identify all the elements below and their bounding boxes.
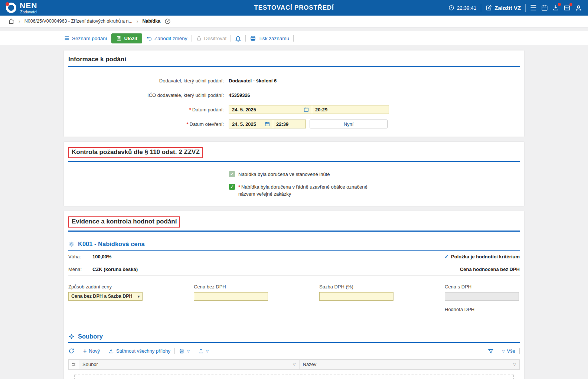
files-title: Soubory	[78, 333, 103, 340]
evidence-card-header: Evidence a kontrola hodnot podání	[68, 216, 520, 232]
decrypt-label: Dešifrovat	[204, 36, 227, 41]
divider	[174, 348, 175, 354]
submit-date-row: *Datum podání: 24. 5. 2025 20:29	[68, 105, 520, 114]
calendar-icon[interactable]	[541, 4, 548, 11]
price-with-vat-group: Cena s DPH Hodnota DPH -	[445, 284, 519, 320]
gears-icon	[68, 241, 75, 247]
clock-value: 22:39:41	[457, 5, 477, 11]
submit-time-value: 20:29	[315, 107, 327, 112]
calendar-icon[interactable]	[265, 121, 270, 127]
divider	[245, 35, 246, 42]
print-record-label: Tisk záznamu	[258, 36, 289, 41]
discard-changes-button[interactable]: Zahodit změny	[146, 35, 187, 41]
chevron-down-icon: ▽	[502, 349, 505, 353]
submit-date-label: *Datum podání:	[68, 107, 229, 112]
divider	[481, 4, 481, 12]
column-settings-icon[interactable]	[69, 360, 79, 369]
files-toolbar: + Nový Stáhnout všechny přílohy ▽ ▽	[68, 348, 520, 355]
chevron-down-icon[interactable]: ▽	[206, 349, 209, 353]
chevron-right-icon: ›	[19, 18, 20, 24]
price-form: Způsob zadání ceny Cena bez DPH a Sazba …	[68, 284, 520, 320]
vat-rate-input[interactable]	[319, 292, 393, 301]
menu-icon[interactable]: ☰	[530, 4, 537, 12]
price-no-vat-label: Cena bez DPH	[194, 284, 268, 290]
evidence-card: Evidence a kontrola hodnot podání K001 -…	[64, 211, 524, 379]
submissions-list-button[interactable]: Seznam podání	[64, 35, 107, 41]
save-button[interactable]: Uložit	[111, 33, 142, 43]
chevron-right-icon: ›	[137, 18, 138, 24]
print-record-button[interactable]: Tisk záznamu	[250, 35, 289, 42]
files-header: Soubory	[68, 333, 520, 343]
file-dropzone[interactable]: Místo pro vaše dokumenty Dokumenty sem m…	[74, 375, 514, 379]
decrypt-button[interactable]: Dešifrovat	[196, 35, 227, 41]
submit-time-input[interactable]: 20:29	[312, 105, 389, 114]
export-button[interactable]: ▽	[198, 348, 209, 354]
brand: NEN Zadavatel	[20, 1, 37, 14]
divider	[104, 348, 104, 354]
record-toolbar: Seznam podání Uložit Zahodit změny Dešif…	[64, 31, 524, 45]
save-label: Uložit	[124, 36, 137, 41]
open-date-label: *Datum otevření:	[68, 121, 229, 127]
open-date-input[interactable]: 24. 5. 2025	[229, 120, 273, 128]
divider	[194, 348, 194, 354]
required-mark: *	[189, 107, 191, 112]
chevron-down-icon[interactable]: ▽	[187, 349, 190, 353]
column-filter-icon[interactable]: ▽	[513, 362, 516, 366]
session-clock: 22:39:41	[448, 5, 477, 11]
brand-name: NEN	[20, 1, 37, 9]
ico-label: IČO dodavatele, který učinil podání:	[68, 92, 229, 98]
clock-icon	[448, 5, 454, 11]
new-file-button[interactable]: + Nový	[83, 348, 100, 355]
column-header-file[interactable]: Soubor ▽	[79, 360, 300, 369]
messages-icon[interactable]	[564, 4, 571, 12]
divider	[293, 35, 294, 42]
section-title-kontrola: Kontrola požadavků dle § 110 odst. 2 ZZV…	[68, 147, 203, 158]
downloads-icon[interactable]	[552, 4, 559, 11]
home-icon[interactable]	[8, 18, 14, 24]
weight-row: Váha: 100,00% ✓ Položka je hodnotící kri…	[68, 251, 520, 263]
breadcrumb-item[interactable]: N006/25/V00004963 - Zřízení datových okr…	[24, 19, 133, 24]
column-filter-icon[interactable]: ▽	[293, 362, 296, 366]
download-all-button[interactable]: Stáhnout všechny přílohy	[108, 348, 170, 354]
upload-icon	[198, 348, 204, 354]
calendar-icon[interactable]	[304, 107, 309, 112]
submit-date-value: 24. 5. 2025	[232, 107, 256, 112]
edit-icon	[486, 5, 492, 11]
supplier-row: Dodavatel, který učinil podání: Dodavate…	[68, 76, 520, 85]
environment-title: TESTOVACÍ PROSTŘEDÍ	[254, 4, 334, 12]
checkbox-checked-icon[interactable]: ✓	[229, 184, 235, 190]
divider	[79, 348, 79, 354]
price-no-vat-group: Cena bez DPH	[194, 284, 268, 320]
filter-icon[interactable]	[488, 348, 494, 354]
kontrola-card: Kontrola požadavků dle § 110 odst. 2 ZZV…	[64, 142, 524, 206]
vat-rate-label: Sazba DPH (%)	[319, 284, 393, 290]
open-time-input[interactable]: 22:39	[273, 120, 306, 128]
price-no-vat-input[interactable]	[194, 292, 268, 301]
close-tab-icon[interactable]	[164, 18, 171, 24]
topbar: NEN Zadavatel TESTOVACÍ PROSTŘEDÍ 22:39:…	[0, 0, 588, 16]
downloads-badge	[558, 3, 561, 6]
refresh-button[interactable]	[68, 348, 75, 354]
criterion-note-text: Položka je hodnotící kritérium	[451, 254, 520, 259]
required-mark: *	[186, 121, 188, 127]
ico-row: IČO dodavatele, který učinil podání: 453…	[68, 91, 520, 99]
user-icon[interactable]	[575, 4, 582, 12]
create-vz-button[interactable]: Založit VZ	[486, 5, 521, 11]
k001-header: K001 - Nabídková cena	[68, 241, 520, 251]
section-title-evidence: Evidence a kontrola hodnot podání	[68, 216, 180, 228]
notifications-button[interactable]	[235, 35, 241, 42]
now-button[interactable]: Nyní	[310, 120, 388, 128]
toolbar-strip: Seznam podání Uložit Zahodit změny Dešif…	[0, 31, 588, 45]
view-all-filter[interactable]: ▽ Vše	[502, 348, 515, 354]
supplier-label: Dodavatel, který učinil podání:	[68, 78, 229, 84]
price-mode-select[interactable]: Cena bez DPH a Sazba DPH ▾	[68, 292, 143, 301]
column-header-name[interactable]: Název ▽	[300, 360, 520, 369]
printer-icon	[250, 35, 256, 42]
nen-logo-icon	[6, 3, 16, 13]
download-icon	[108, 348, 114, 354]
submit-date-input[interactable]: 24. 5. 2025	[229, 105, 312, 114]
price-mode-value: Cena bez DPH a Sazba DPH	[71, 294, 133, 299]
vat-rate-group: Sazba DPH (%)	[319, 284, 393, 320]
print-files-button[interactable]: ▽	[179, 348, 190, 354]
checkbox-checked-icon[interactable]: ✓	[229, 171, 235, 177]
